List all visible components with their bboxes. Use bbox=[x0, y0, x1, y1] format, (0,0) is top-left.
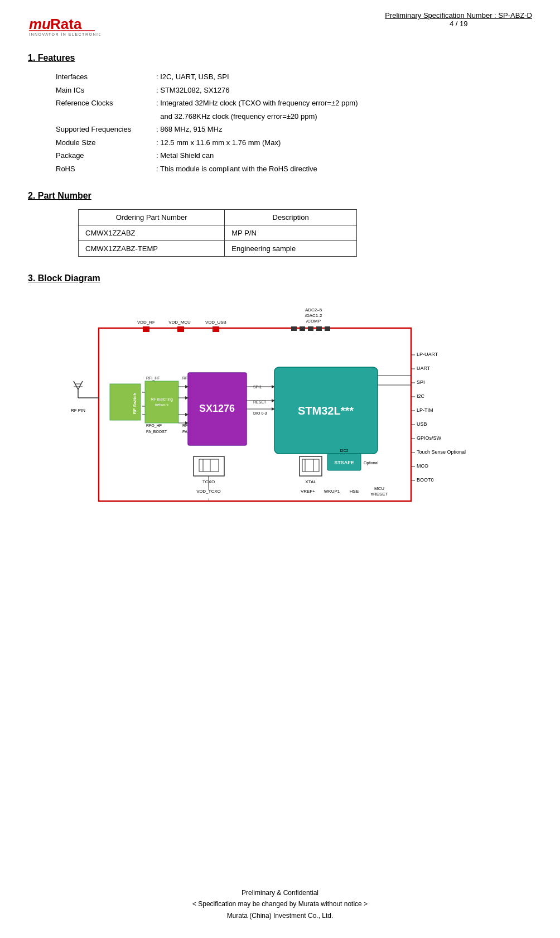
feature-label-refclocks: Reference Clocks bbox=[56, 98, 156, 109]
feature-label-package: Package bbox=[56, 150, 156, 161]
vdd-mcu-label: VDD_MCU bbox=[168, 320, 191, 325]
header-right: Preliminary Specification Number : SP-AB… bbox=[385, 11, 532, 28]
section-partnumber: 2. Part Number Ordering Part Number Desc… bbox=[28, 191, 532, 257]
adc-label: ADC2–5 bbox=[305, 307, 322, 312]
block-diagram-svg: VDD_RF VDD_MCU VDD_USB ADC2–5 /DAC1-2 /C… bbox=[68, 295, 492, 546]
svg-rect-6 bbox=[177, 326, 184, 332]
rf-switch-label: RF Switch bbox=[132, 393, 137, 415]
svg-rect-7 bbox=[213, 326, 219, 332]
feature-label-rohs: RoHS bbox=[56, 163, 156, 175]
rfi-hf-top-label: RFI_HF bbox=[146, 376, 160, 381]
part-table-row-1: CMWX1ZZABZ MP P/N bbox=[79, 225, 357, 241]
footer-line2: < Specification may be changed by Murata… bbox=[0, 898, 560, 910]
feature-refclocks: Reference Clocks : Integrated 32MHz cloc… bbox=[56, 98, 532, 109]
gpios-sw-label: GPIOs/SW bbox=[417, 435, 442, 441]
svg-rect-20 bbox=[145, 381, 178, 423]
part-table-row-2: CMWX1ZZABZ-TEMP Engineering sample bbox=[79, 241, 357, 257]
feature-interfaces: Interfaces : I2C, UART, USB, SPI bbox=[56, 71, 532, 83]
wkup1-label: WKUP1 bbox=[324, 489, 340, 494]
touch-sense-label: Touch Sense Optional bbox=[417, 449, 466, 455]
vref-label: VREF+ bbox=[301, 489, 315, 494]
feature-label-modsize: Module Size bbox=[56, 137, 156, 148]
feature-value-rohs: : This module is compliant with the RoHS… bbox=[156, 163, 532, 175]
features-table: Interfaces : I2C, UART, USB, SPI Main IC… bbox=[56, 71, 532, 174]
svg-text:mu: mu bbox=[29, 16, 51, 32]
stsafe-label: STSAFE bbox=[334, 460, 354, 465]
feature-value-package: : Metal Shield can bbox=[156, 150, 532, 161]
boot0-label: BOOT0 bbox=[417, 477, 434, 483]
logo-area: mu Rata INNOVATOR IN ELECTRONICS bbox=[28, 11, 100, 36]
svg-rect-11 bbox=[316, 326, 322, 331]
part-table-header-row: Ordering Part Number Description bbox=[79, 210, 357, 225]
part-table-cell-partnum-1: CMWX1ZZABZ bbox=[79, 225, 225, 241]
page-container: mu Rata INNOVATOR IN ELECTRONICS Prelimi… bbox=[0, 0, 560, 938]
footer-line1: Preliminary & Confidential bbox=[0, 887, 560, 898]
mco-label: MCO bbox=[417, 463, 428, 469]
feature-label-supfreq: Supported Frequencies bbox=[56, 124, 156, 135]
mcu-nreset-label: MCU bbox=[374, 486, 384, 491]
part-table-cell-partnum-2: CMWX1ZZABZ-TEMP bbox=[79, 241, 225, 257]
part-table-cell-desc-1: MP P/N bbox=[225, 225, 357, 241]
part-table-header-partnum: Ordering Part Number bbox=[79, 210, 225, 225]
feature-value-refclocks: : Integrated 32MHz clock (TCXO with freq… bbox=[156, 98, 532, 109]
optional-label: Optional bbox=[364, 461, 379, 465]
section3-title: 3. Block Diagram bbox=[28, 273, 532, 283]
feature-rohs: RoHS : This module is compliant with the… bbox=[56, 163, 532, 175]
feature-label-refclocks-cont bbox=[56, 111, 156, 122]
part-table-cell-desc-2: Engineering sample bbox=[225, 241, 357, 257]
usb-label: USB bbox=[417, 421, 427, 427]
lp-uart-label: LP-UART bbox=[417, 352, 438, 357]
vdd-rf-label: VDD_RF bbox=[137, 320, 155, 325]
vdd-usb-label: VDD_USB bbox=[205, 320, 226, 325]
feature-value-refclocks-cont: and 32.768KHz clock (frequency error=±20… bbox=[156, 111, 532, 122]
svg-rect-8 bbox=[291, 326, 297, 331]
sx1276-label: SX1276 bbox=[199, 403, 235, 414]
rf-matching-label1: RF matching bbox=[151, 397, 173, 402]
feature-label-mainics: Main ICs bbox=[56, 85, 156, 96]
feature-value-supfreq: : 868 MHz, 915 MHz bbox=[156, 124, 532, 135]
rfo-hf-label1: RFO_HF bbox=[146, 424, 162, 428]
comp-label: /COMP bbox=[306, 319, 321, 324]
feature-value-interfaces: : I2C, UART, USB, SPI bbox=[156, 71, 532, 83]
feature-package: Package : Metal Shield can bbox=[56, 150, 532, 161]
spec-number: Preliminary Specification Number : SP-AB… bbox=[385, 11, 532, 20]
feature-value-modsize: : 12.5 mm x 11.6 mm x 1.76 mm (Max) bbox=[156, 137, 532, 148]
page-number: 4 / 19 bbox=[385, 20, 532, 28]
svg-line-14 bbox=[74, 381, 78, 389]
i2c2-label: I2C2 bbox=[340, 449, 349, 453]
footer-line3: Murata (China) Investment Co., Ltd. bbox=[0, 910, 560, 921]
dac-label: /DAC1-2 bbox=[305, 313, 322, 318]
uart-label: UART bbox=[417, 365, 431, 371]
section1-title: 1. Features bbox=[28, 53, 532, 63]
section2-title: 2. Part Number bbox=[28, 191, 532, 201]
i2c-label: I2C bbox=[417, 393, 425, 399]
feature-modsize: Module Size : 12.5 mm x 11.6 mm x 1.76 m… bbox=[56, 137, 532, 148]
svg-rect-30 bbox=[199, 459, 219, 472]
xtal-label: XTAL bbox=[305, 479, 316, 484]
nreset-label: nRESET bbox=[370, 492, 388, 497]
feature-refclocks-cont: and 32.768KHz clock (frequency error=±20… bbox=[56, 111, 532, 122]
feature-mainics: Main ICs : STM32L082, SX1276 bbox=[56, 85, 532, 96]
block-diagram-container: VDD_RF VDD_MCU VDD_USB ADC2–5 /DAC1-2 /C… bbox=[28, 295, 532, 546]
lp-tim-label: LP-TIM bbox=[417, 407, 433, 413]
svg-rect-9 bbox=[300, 326, 305, 331]
svg-rect-12 bbox=[325, 326, 330, 331]
part-table-header-desc: Description bbox=[225, 210, 357, 225]
hse-label: HSE bbox=[350, 489, 359, 494]
murata-logo: mu Rata INNOVATOR IN ELECTRONICS bbox=[28, 11, 100, 36]
pa-boost-label1: PA_BOOST bbox=[146, 430, 167, 434]
rf-matching-label2: network bbox=[155, 403, 169, 407]
svg-text:INNOVATOR IN ELECTRONICS: INNOVATOR IN ELECTRONICS bbox=[29, 32, 100, 36]
footer: Preliminary & Confidential < Specificati… bbox=[0, 887, 560, 921]
section-blockdiagram: 3. Block Diagram VDD_RF VDD_MCU VDD_USB … bbox=[28, 273, 532, 546]
svg-rect-10 bbox=[308, 326, 313, 331]
rf-pin-label: RF PIN bbox=[71, 408, 85, 413]
svg-rect-5 bbox=[143, 326, 149, 332]
feature-value-mainics: : STM32L082, SX1276 bbox=[156, 85, 532, 96]
svg-text:Rata: Rata bbox=[50, 16, 82, 32]
stm32-label: STM32L*** bbox=[298, 405, 354, 417]
svg-line-15 bbox=[78, 381, 83, 389]
part-number-table: Ordering Part Number Description CMWX1ZZ… bbox=[78, 209, 357, 257]
feature-label-interfaces: Interfaces bbox=[56, 71, 156, 83]
header: mu Rata INNOVATOR IN ELECTRONICS Prelimi… bbox=[28, 11, 532, 36]
